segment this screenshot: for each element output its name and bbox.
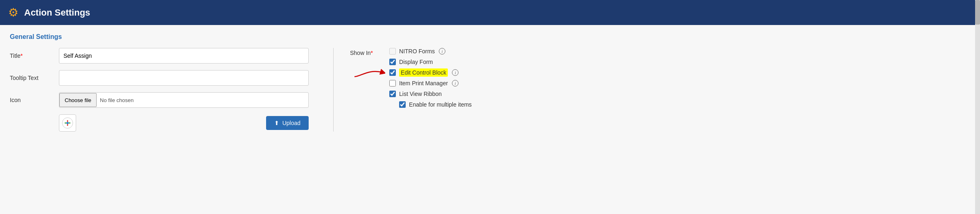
nitro-forms-checkbox[interactable]: [389, 48, 396, 55]
scrollbar-thumb[interactable]: [975, 0, 980, 25]
gear-icon: ⚙: [8, 6, 18, 19]
display-form-label: Display Form: [399, 59, 433, 65]
show-in-section: Show In* NITRO Forms i Display Form: [350, 48, 970, 108]
title-row: Title*: [10, 48, 309, 64]
checkbox-item-nitro-forms: NITRO Forms i: [389, 48, 472, 55]
tooltip-row: Tooltip Text: [10, 70, 309, 86]
choose-file-button[interactable]: Choose file: [59, 93, 97, 107]
item-print-manager-info-icon[interactable]: i: [452, 80, 458, 87]
icon-label: Icon: [10, 97, 59, 103]
checkbox-item-list-view-ribbon: List View Ribbon: [389, 91, 472, 97]
nitro-forms-label: NITRO Forms: [399, 48, 435, 55]
tooltip-label: Tooltip Text: [10, 75, 59, 81]
item-print-manager-label: Item Print Manager: [399, 80, 448, 87]
app-title: Action Settings: [24, 7, 90, 18]
checkbox-item-item-print-manager: Item Print Manager i: [389, 80, 472, 87]
edit-control-block-label: Edit Control Block: [399, 69, 448, 76]
file-input-display: Choose file No file chosen: [59, 92, 309, 108]
icon-row: Icon Choose file No file chosen: [10, 92, 309, 108]
upload-button[interactable]: ⬆ Upload: [266, 116, 309, 130]
panel-divider: [333, 48, 334, 132]
enable-multiple-items-checkbox[interactable]: [399, 101, 406, 108]
scrollbar-track: [975, 0, 980, 214]
left-panel: Title* Tooltip Text Icon Choose file No …: [10, 48, 321, 132]
nitro-forms-info-icon[interactable]: i: [439, 48, 445, 55]
checkbox-item-enable-multiple: Enable for multiple items: [399, 101, 472, 108]
form-area: Title* Tooltip Text Icon Choose file No …: [10, 48, 970, 132]
title-input[interactable]: [59, 48, 309, 64]
red-arrow-svg: [352, 66, 385, 79]
checkbox-item-edit-control-block: Edit Control Block i: [389, 69, 472, 76]
section-title: General Settings: [10, 33, 970, 41]
highlighted-text: Edit Control Block: [399, 68, 448, 77]
tooltip-input[interactable]: [59, 70, 309, 86]
edit-control-block-info-icon[interactable]: i: [452, 69, 458, 76]
icon-upload-row: ⬆ Upload: [59, 114, 309, 132]
list-view-ribbon-checkbox[interactable]: [389, 91, 396, 97]
upload-icon: ⬆: [274, 120, 279, 126]
checkbox-item-display-form: Display Form: [389, 59, 472, 65]
right-panel: Show In* NITRO Forms i Display Form: [346, 48, 970, 132]
item-print-manager-checkbox[interactable]: [389, 80, 396, 87]
display-form-checkbox[interactable]: [389, 59, 396, 65]
app-header: ⚙ Action Settings: [0, 0, 980, 25]
icon-preview: [59, 114, 76, 132]
main-content: General Settings Title* Tooltip Text Ico…: [0, 25, 980, 214]
checkboxes-group: NITRO Forms i Display Form: [389, 48, 472, 108]
nitro-icon: [62, 117, 73, 129]
title-label: Title*: [10, 52, 59, 59]
list-view-ribbon-label: List View Ribbon: [399, 91, 442, 97]
required-star: *: [20, 52, 23, 59]
show-in-label: Show In*: [350, 48, 373, 56]
edit-control-block-checkbox[interactable]: [389, 69, 396, 76]
svg-point-3: [67, 122, 69, 124]
file-name-text: No file chosen: [100, 97, 133, 103]
enable-multiple-items-label: Enable for multiple items: [409, 101, 472, 108]
